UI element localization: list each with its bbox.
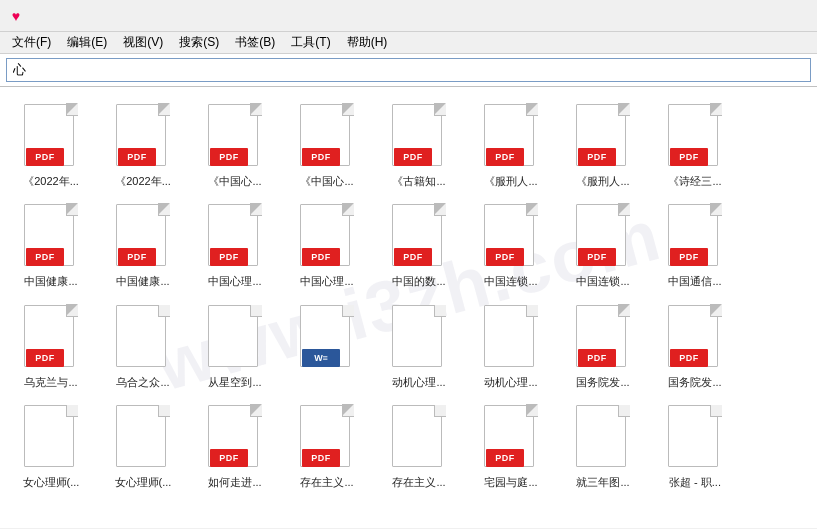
file-label: 存在主义...	[300, 475, 353, 489]
file-item[interactable]: W≡	[282, 298, 372, 394]
menu-item-帮助(H)[interactable]: 帮助(H)	[339, 33, 396, 53]
file-item[interactable]: PDF 《2022年...	[98, 97, 188, 193]
file-item[interactable]: 就三年图...	[558, 398, 648, 494]
file-label: 如何走进...	[208, 475, 261, 489]
file-label: 存在主义...	[392, 475, 445, 489]
pdf-icon: PDF	[116, 104, 170, 170]
file-item[interactable]: PDF 《服刑人...	[466, 97, 556, 193]
menu-item-搜索(S)[interactable]: 搜索(S)	[171, 33, 227, 53]
file-label: 中国的数...	[392, 274, 445, 288]
pdf-icon: PDF	[392, 204, 446, 270]
file-label: 《中国心...	[300, 174, 353, 188]
file-item[interactable]: PDF 国务院发...	[558, 298, 648, 394]
blank-icon	[668, 405, 722, 471]
file-item[interactable]: 从星空到...	[190, 298, 280, 394]
file-label: 乌合之众...	[116, 375, 169, 389]
file-item[interactable]: PDF 中国的数...	[374, 197, 464, 293]
pdf-icon: PDF	[24, 104, 78, 170]
pdf-icon: PDF	[208, 204, 262, 270]
file-item[interactable]: 乌合之众...	[98, 298, 188, 394]
pdf-icon: PDF	[576, 305, 630, 371]
file-item[interactable]: PDF 《诗经三...	[650, 97, 740, 193]
file-label: 动机心理...	[392, 375, 445, 389]
file-item[interactable]: PDF 中国连锁...	[558, 197, 648, 293]
file-label: 《2022年...	[115, 174, 171, 188]
file-item[interactable]: 动机心理...	[466, 298, 556, 394]
pdf-icon: PDF	[24, 305, 78, 371]
file-item[interactable]: 女心理师(...	[6, 398, 96, 494]
maximize-button[interactable]	[717, 0, 763, 32]
pdf-icon: PDF	[484, 204, 538, 270]
file-item[interactable]: PDF 中国健康...	[98, 197, 188, 293]
menu-item-文件(F)[interactable]: 文件(F)	[4, 33, 59, 53]
file-item[interactable]: PDF 中国心理...	[190, 197, 280, 293]
file-label: 《服刑人...	[484, 174, 537, 188]
file-item[interactable]: PDF 如何走进...	[190, 398, 280, 494]
pdf-icon: PDF	[116, 204, 170, 270]
main-content[interactable]: www.i3zh.com PDF 《2022年... PDF 《2022年...…	[0, 87, 817, 528]
pdf-icon: PDF	[576, 104, 630, 170]
close-button[interactable]	[763, 0, 809, 32]
file-item[interactable]: PDF 中国健康...	[6, 197, 96, 293]
blank-icon	[392, 305, 446, 371]
file-item[interactable]: PDF 存在主义...	[282, 398, 372, 494]
file-item[interactable]: PDF 《服刑人...	[558, 97, 648, 193]
pdf-icon: PDF	[208, 104, 262, 170]
file-item[interactable]: 女心理师(...	[98, 398, 188, 494]
search-bar	[0, 54, 817, 87]
word-icon: W≡	[300, 305, 354, 371]
blank-icon	[116, 405, 170, 471]
file-label: 从星空到...	[208, 375, 261, 389]
file-label: 《诗经三...	[668, 174, 721, 188]
file-label: 中国连锁...	[576, 274, 629, 288]
pdf-icon: PDF	[300, 104, 354, 170]
file-item[interactable]: PDF 宅园与庭...	[466, 398, 556, 494]
file-item[interactable]: PDF 中国心理...	[282, 197, 372, 293]
file-label: 《中国心...	[208, 174, 261, 188]
file-item[interactable]: 存在主义...	[374, 398, 464, 494]
file-label: 中国通信...	[668, 274, 721, 288]
blank-icon	[484, 305, 538, 371]
file-label: 《2022年...	[23, 174, 79, 188]
file-label: 宅园与庭...	[484, 475, 537, 489]
pdf-icon: PDF	[484, 405, 538, 471]
title-bar: ♥	[0, 0, 817, 32]
file-item[interactable]: 张超 - 职...	[650, 398, 740, 494]
file-label: 张超 - 职...	[669, 475, 721, 489]
pdf-icon: PDF	[300, 204, 354, 270]
app-icon: ♥	[8, 8, 24, 24]
blank-icon	[208, 305, 262, 371]
search-input[interactable]	[6, 58, 811, 82]
pdf-icon: PDF	[484, 104, 538, 170]
file-label: 中国健康...	[24, 274, 77, 288]
blank-icon	[392, 405, 446, 471]
file-label: 动机心理...	[484, 375, 537, 389]
file-item[interactable]: PDF 《中国心...	[282, 97, 372, 193]
file-item[interactable]: PDF 中国连锁...	[466, 197, 556, 293]
menu-item-书签(B)[interactable]: 书签(B)	[227, 33, 283, 53]
file-item[interactable]: PDF 《古籍知...	[374, 97, 464, 193]
file-label: 女心理师(...	[115, 475, 172, 489]
minimize-button[interactable]	[671, 0, 717, 32]
menu-item-工具(T)[interactable]: 工具(T)	[283, 33, 338, 53]
pdf-icon: PDF	[24, 204, 78, 270]
menu-item-视图(V)[interactable]: 视图(V)	[115, 33, 171, 53]
blank-icon	[24, 405, 78, 471]
file-item[interactable]: PDF 乌克兰与...	[6, 298, 96, 394]
file-item[interactable]: PDF 中国通信...	[650, 197, 740, 293]
pdf-icon: PDF	[300, 405, 354, 471]
menu-bar: 文件(F)编辑(E)视图(V)搜索(S)书签(B)工具(T)帮助(H)	[0, 32, 817, 54]
file-label: 乌克兰与...	[24, 375, 77, 389]
pdf-icon: PDF	[668, 204, 722, 270]
pdf-icon: PDF	[392, 104, 446, 170]
file-item[interactable]: PDF 《2022年...	[6, 97, 96, 193]
file-label: 中国健康...	[116, 274, 169, 288]
file-label: 中国心理...	[300, 274, 353, 288]
file-item[interactable]: 动机心理...	[374, 298, 464, 394]
pdf-icon: PDF	[208, 405, 262, 471]
file-label: 就三年图...	[576, 475, 629, 489]
file-item[interactable]: PDF 国务院发...	[650, 298, 740, 394]
file-item[interactable]: PDF 《中国心...	[190, 97, 280, 193]
menu-item-编辑(E)[interactable]: 编辑(E)	[59, 33, 115, 53]
file-label: 《古籍知...	[392, 174, 445, 188]
